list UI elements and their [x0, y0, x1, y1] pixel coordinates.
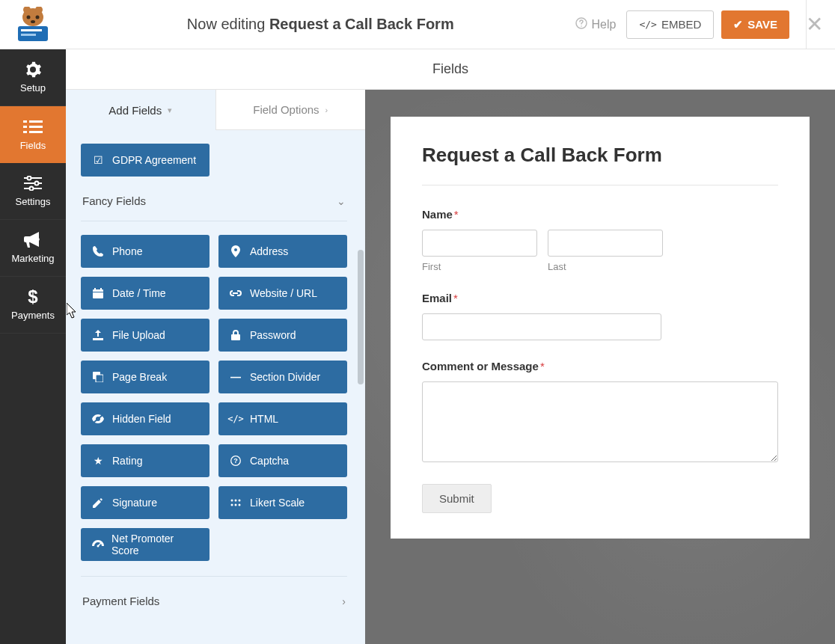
email-input[interactable]: [422, 313, 661, 340]
eye-slash-icon: [91, 414, 105, 423]
svg-point-20: [35, 182, 39, 185]
field-gdpr-agreement[interactable]: ☑ GDPR Agreement: [81, 144, 209, 177]
fancy-fields-grid: Phone Address Date / Time Website / URL …: [81, 235, 347, 519]
last-sublabel: Last: [548, 261, 663, 272]
field-sectiondivider[interactable]: —Section Divider: [218, 361, 347, 393]
field-rating[interactable]: ★Rating: [81, 444, 209, 477]
svg-rect-16: [29, 131, 43, 133]
code-icon: </>: [229, 414, 242, 424]
chevron-down-icon: ▾: [168, 105, 172, 115]
pin-icon: [229, 245, 242, 257]
field-panel: Add Fields ▾ Field Options › ☑ GDPR Agre…: [66, 90, 365, 644]
field-password[interactable]: Password: [218, 319, 347, 352]
save-label: SAVE: [747, 18, 777, 31]
section-label: Fancy Fields: [82, 194, 146, 207]
comment-textarea[interactable]: [422, 381, 778, 462]
nav-payments[interactable]: $ Payments: [0, 277, 66, 334]
form-preview[interactable]: Request a Call Back Form Name* First Las…: [365, 90, 835, 644]
first-name-input[interactable]: [422, 230, 537, 257]
field-pagebreak[interactable]: Page Break: [81, 361, 209, 393]
nav-marketing-label: Marketing: [11, 253, 54, 264]
logo-wrap: [0, 7, 66, 43]
field-label: Section Divider: [250, 371, 320, 383]
sub-header-label: Fields: [432, 61, 468, 77]
svg-point-33: [231, 500, 233, 502]
field-label: Address: [250, 245, 288, 257]
svg-rect-24: [94, 288, 96, 291]
pages-icon: [91, 372, 105, 382]
calendar-icon: [91, 288, 105, 298]
email-label: Email*: [422, 292, 778, 304]
svg-rect-15: [23, 131, 27, 133]
tab-add-fields[interactable]: Add Fields ▾: [66, 90, 215, 130]
tab-add-fields-label: Add Fields: [108, 104, 162, 117]
nav-marketing[interactable]: Marketing: [0, 220, 66, 277]
field-comment[interactable]: Comment or Message*: [422, 360, 778, 464]
svg-rect-13: [23, 126, 27, 128]
svg-point-37: [235, 504, 237, 506]
field-label: Page Break: [112, 371, 167, 383]
question-icon: ?: [229, 456, 242, 466]
upload-icon: [91, 330, 105, 340]
field-fileupload[interactable]: File Upload: [81, 319, 209, 352]
field-label: Net Promoter Score: [111, 533, 199, 556]
nav-setup[interactable]: Setup: [0, 49, 66, 106]
svg-point-10: [581, 25, 582, 27]
help-link[interactable]: Help: [575, 17, 617, 32]
svg-rect-27: [231, 334, 240, 340]
section-payment-fields[interactable]: Payment Fields ›: [81, 577, 347, 628]
field-name[interactable]: Name* First Last: [422, 208, 778, 272]
submit-button[interactable]: Submit: [422, 484, 492, 513]
gear-icon: [23, 61, 43, 78]
svg-point-18: [28, 177, 31, 180]
list-icon: [23, 119, 43, 135]
tab-field-options-label: Field Options: [253, 103, 319, 116]
name-first-col: First: [422, 230, 537, 272]
grid-icon: [229, 499, 242, 506]
svg-rect-7: [21, 29, 42, 31]
svg-point-3: [27, 15, 31, 19]
minus-icon: —: [229, 371, 242, 383]
svg-point-38: [239, 504, 241, 506]
nav-setup-label: Setup: [20, 82, 46, 93]
nav-fields[interactable]: Fields: [0, 106, 66, 163]
tab-field-options[interactable]: Field Options ›: [215, 90, 366, 130]
field-label: Website / URL: [250, 287, 317, 299]
checkbox-icon: ☑: [91, 154, 105, 166]
last-name-input[interactable]: [548, 230, 663, 257]
nav-fields-label: Fields: [20, 140, 46, 151]
pencil-icon: [91, 497, 105, 508]
field-address[interactable]: Address: [218, 235, 347, 268]
chevron-right-icon: ›: [325, 105, 328, 114]
section-fancy-fields[interactable]: Fancy Fields ⌄: [81, 177, 347, 221]
sub-header: Fields: [66, 49, 835, 90]
field-hiddenfield[interactable]: Hidden Field: [81, 402, 209, 435]
scrollbar-thumb[interactable]: [358, 250, 364, 384]
svg-rect-26: [93, 292, 103, 292]
nav-settings[interactable]: Settings: [0, 163, 66, 220]
gauge-icon: [91, 540, 104, 549]
save-button[interactable]: ✔ SAVE: [721, 10, 789, 39]
field-label: HTML: [250, 413, 278, 425]
close-builder-button[interactable]: ✕: [806, 12, 823, 37]
svg-line-40: [98, 543, 101, 546]
field-html[interactable]: </>HTML: [218, 402, 347, 435]
field-website[interactable]: Website / URL: [218, 277, 347, 310]
embed-button[interactable]: </> EMBED: [626, 10, 714, 39]
field-nps[interactable]: Net Promoter Score: [81, 528, 209, 561]
field-email[interactable]: Email*: [422, 292, 778, 340]
field-list[interactable]: ☑ GDPR Agreement Fancy Fields ⌄ Phone Ad…: [66, 130, 365, 644]
field-captcha[interactable]: ?Captcha: [218, 444, 347, 477]
field-datetime[interactable]: Date / Time: [81, 277, 209, 310]
svg-point-22: [30, 187, 34, 191]
field-label: Likert Scale: [250, 497, 305, 509]
field-signature[interactable]: Signature: [81, 486, 209, 519]
submit-label: Submit: [439, 492, 474, 505]
svg-rect-12: [29, 120, 43, 123]
wpforms-logo[interactable]: [12, 7, 54, 43]
required-asterisk: *: [454, 208, 459, 221]
field-likert[interactable]: Likert Scale: [218, 486, 347, 519]
field-phone[interactable]: Phone: [81, 235, 209, 268]
check-icon: ✔: [733, 18, 743, 31]
help-icon: [575, 17, 587, 32]
